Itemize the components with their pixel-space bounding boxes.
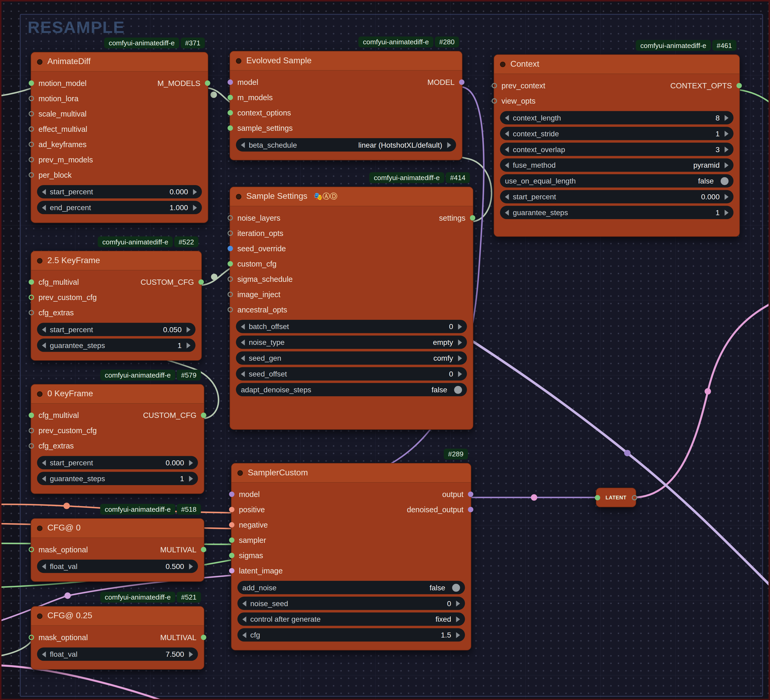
decrement-arrow-icon[interactable] (42, 651, 46, 657)
wire-mask-optional[interactable] (0, 642, 31, 656)
input-port-sampler[interactable] (229, 537, 235, 543)
widget-start_percent[interactable]: start_percent 0.050 (37, 323, 196, 336)
widget-float_val[interactable]: float_val 7.500 (37, 648, 198, 661)
increment-arrow-icon[interactable] (725, 210, 729, 215)
next-option-arrow-icon[interactable] (725, 162, 729, 168)
input-port-latent_image[interactable] (229, 568, 235, 574)
widget-control-after-generate[interactable]: control after generate fixed (237, 613, 465, 626)
node-titlebar[interactable]: Context (494, 55, 739, 74)
output-port-context-opts[interactable] (736, 83, 742, 88)
input-port-motion_lora[interactable] (29, 96, 34, 101)
input-port-image_inject[interactable] (228, 292, 233, 297)
toggle-knob[interactable] (721, 177, 729, 185)
next-option-arrow-icon[interactable] (458, 339, 462, 345)
input-port-latent[interactable] (595, 495, 600, 500)
input-port-m_models[interactable] (228, 95, 233, 100)
widget-use_on_equal_length[interactable]: use_on_equal_length false (500, 174, 733, 188)
input-port-prev_m_models[interactable] (29, 157, 34, 162)
widget-seed_offset[interactable]: seed_offset 0 (236, 367, 467, 381)
next-option-arrow-icon[interactable] (447, 142, 451, 148)
wire-pink-bottom[interactable] (0, 665, 163, 700)
widget-add_noise[interactable]: add_noise false (237, 581, 465, 594)
decrement-arrow-icon[interactable] (241, 323, 245, 329)
reroute-dot[interactable] (64, 592, 71, 599)
prev-option-arrow-icon[interactable] (241, 339, 245, 345)
collapse-dot-icon[interactable] (500, 61, 506, 67)
input-port-mask_optional[interactable] (29, 547, 34, 552)
prev-option-arrow-icon[interactable] (241, 142, 245, 148)
output-port-m-models[interactable] (205, 81, 210, 86)
decrement-arrow-icon[interactable] (505, 131, 509, 136)
prev-option-arrow-icon[interactable] (241, 355, 245, 361)
node-titlebar[interactable]: 0 KeyFrame (31, 385, 204, 404)
input-port-positive[interactable] (229, 507, 235, 512)
input-port-context_options[interactable] (228, 110, 233, 115)
collapse-dot-icon[interactable] (236, 58, 241, 63)
input-port-prev_context[interactable] (492, 83, 497, 88)
increment-arrow-icon[interactable] (189, 651, 193, 657)
decrement-arrow-icon[interactable] (505, 210, 509, 215)
wire-motion-model[interactable] (0, 88, 31, 96)
increment-arrow-icon[interactable] (189, 460, 193, 466)
input-port-prev_custom_cfg[interactable] (29, 428, 34, 433)
decrement-arrow-icon[interactable] (42, 342, 46, 348)
decrement-arrow-icon[interactable] (242, 632, 246, 638)
increment-arrow-icon[interactable] (193, 189, 197, 195)
output-port-latent[interactable] (632, 495, 637, 500)
increment-arrow-icon[interactable] (187, 327, 191, 332)
reroute-dot[interactable] (624, 450, 631, 456)
widget-noise_type[interactable]: noise_type empty (236, 336, 467, 349)
decrement-arrow-icon[interactable] (42, 563, 46, 569)
collapse-dot-icon[interactable] (237, 470, 243, 475)
wire-latent-out[interactable] (635, 303, 770, 497)
input-port-model[interactable] (229, 491, 235, 497)
widget-guarantee_steps[interactable]: guarantee_steps 1 (37, 338, 196, 352)
increment-arrow-icon[interactable] (458, 371, 462, 377)
node-keyframe-25[interactable]: comfyui-animatediff-e #522 2.5 KeyFrame … (31, 251, 202, 361)
reroute-dot[interactable] (531, 494, 537, 501)
widget-noise_seed[interactable]: noise_seed 0 (237, 597, 465, 610)
node-titlebar[interactable]: 2.5 KeyFrame (31, 251, 201, 270)
collapse-dot-icon[interactable] (37, 613, 42, 619)
decrement-arrow-icon[interactable] (42, 475, 46, 481)
decrement-arrow-icon[interactable] (42, 189, 46, 195)
node-cfg-025[interactable]: comfyui-animatediff-e #521 CFG@ 0.25 mas… (31, 606, 204, 670)
node-sample-settings[interactable]: comfyui-animatediff-e #414 Sample Settin… (230, 187, 473, 430)
decrement-arrow-icon[interactable] (42, 205, 46, 210)
collapse-dot-icon[interactable] (37, 391, 42, 396)
increment-arrow-icon[interactable] (456, 600, 460, 606)
reroute-dot[interactable] (705, 388, 711, 394)
wire-context-opts[interactable] (739, 90, 770, 104)
output-port-model[interactable] (459, 79, 465, 85)
widget-start_percent[interactable]: start_percent 0.000 (37, 185, 202, 199)
output-port-custom-cfg[interactable] (198, 279, 204, 285)
widget-context_stride[interactable]: context_stride 1 (500, 127, 733, 140)
reroute-dot[interactable] (210, 92, 217, 98)
widget-context_length[interactable]: context_length 8 (500, 111, 733, 124)
decrement-arrow-icon[interactable] (241, 371, 245, 377)
input-port-prev_custom_cfg[interactable] (29, 294, 34, 300)
input-port-view_opts[interactable] (492, 98, 497, 103)
output-port-multival[interactable] (201, 547, 207, 552)
input-port-sigma_schedule[interactable] (228, 276, 233, 282)
node-keyframe-0[interactable]: comfyui-animatediff-e #579 0 KeyFrame cf… (31, 384, 204, 494)
prev-option-arrow-icon[interactable] (242, 616, 246, 622)
next-option-arrow-icon[interactable] (458, 355, 462, 361)
widget-beta_schedule[interactable]: beta_schedule linear (HotshotXL/default) (236, 138, 456, 152)
input-port-seed_override[interactable] (228, 246, 233, 251)
node-latent-reroute[interactable]: LATENT (596, 488, 636, 507)
node-cfg-0[interactable]: comfyui-animatediff-e #518 CFG@ 0 mask_o… (31, 518, 204, 582)
input-port-scale_multival[interactable] (29, 111, 34, 116)
widget-guarantee_steps[interactable]: guarantee_steps 1 (37, 472, 198, 485)
input-port-sigmas[interactable] (229, 553, 235, 558)
increment-arrow-icon[interactable] (189, 475, 193, 481)
increment-arrow-icon[interactable] (458, 323, 462, 329)
input-port-sample_settings[interactable] (228, 125, 233, 131)
node-titlebar[interactable]: Sample Settings 🎭ⒶⒹ (230, 187, 473, 206)
node-evolved-sample[interactable]: comfyui-animatediff-e #280 Evoloved Samp… (230, 51, 462, 160)
input-port-effect_multival[interactable] (29, 126, 34, 132)
toggle-knob[interactable] (452, 584, 460, 592)
increment-arrow-icon[interactable] (193, 205, 197, 210)
increment-arrow-icon[interactable] (725, 194, 729, 200)
prev-option-arrow-icon[interactable] (505, 162, 509, 168)
